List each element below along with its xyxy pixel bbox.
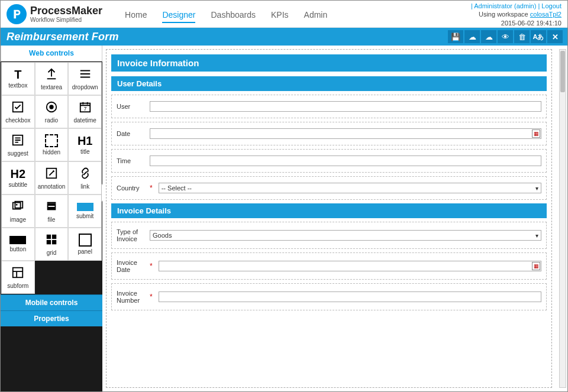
required-marker: * <box>150 293 153 301</box>
tool-image[interactable]: image <box>1 195 35 228</box>
image-icon <box>11 200 24 215</box>
calendar-icon[interactable]: ▦ <box>532 129 540 138</box>
radio-icon <box>45 101 58 115</box>
tool-label: checkbox <box>5 117 30 124</box>
tool-file[interactable]: file <box>35 195 69 228</box>
user-input[interactable] <box>150 101 541 112</box>
form-main-title[interactable]: Invoice Information <box>111 54 547 72</box>
tool-subtitle[interactable]: H2 subtitle <box>1 161 35 195</box>
scrollbar-thumb[interactable] <box>560 51 565 92</box>
tool-label: title <box>80 148 90 155</box>
subtitle-icon: H2 <box>11 168 26 180</box>
language-icon[interactable]: Aあ <box>531 30 546 43</box>
nav-designer[interactable]: Designer <box>162 10 195 23</box>
required-marker: * <box>150 262 153 270</box>
svg-rect-14 <box>52 234 56 238</box>
main-nav: Home Designer Dashboards KPIs Admin <box>125 10 327 23</box>
tool-radio[interactable]: radio <box>35 95 69 128</box>
link-icon <box>79 167 92 182</box>
textbox-icon: T <box>14 69 21 80</box>
tool-hidden[interactable]: hidden <box>35 128 69 161</box>
brand-tagline: Workflow Simplified <box>30 17 102 23</box>
tool-title[interactable]: H1 title <box>68 128 102 161</box>
field-invoice-date[interactable]: Invoice Date * ▦ <box>111 252 547 280</box>
save-icon[interactable]: 💾 <box>448 30 463 43</box>
tool-textbox[interactable]: T textbox <box>1 62 35 95</box>
tool-panel[interactable]: panel <box>68 228 102 261</box>
canvas-scrollbar[interactable] <box>559 49 566 388</box>
page-title: Reimbursement Form <box>7 31 119 43</box>
field-date[interactable]: Date ▦ <box>111 122 547 145</box>
import-icon[interactable]: ☁︎ <box>481 30 496 43</box>
tool-grid[interactable]: grid <box>35 228 69 261</box>
tool-label: subform <box>7 283 28 289</box>
delete-icon[interactable]: 🗑 <box>514 30 530 43</box>
server-timestamp: 2015-06-02 19:41:10 <box>471 19 561 27</box>
tool-label: panel <box>78 248 92 255</box>
palette-mobile-header[interactable]: Mobile controls <box>1 294 102 310</box>
nav-admin[interactable]: Admin <box>304 10 328 23</box>
group-invoice-details-title[interactable]: Invoice Details <box>111 203 547 218</box>
title-icon: H1 <box>78 135 93 147</box>
user-meta: | Administrator (admin) | Logout Using w… <box>471 2 561 27</box>
palette-web-header[interactable]: Web controls <box>1 46 102 61</box>
field-time[interactable]: Time <box>111 149 547 173</box>
workspace-label: Using workspace <box>479 11 530 18</box>
field-country[interactable]: Country * -- Select -- <box>111 176 547 200</box>
form-canvas[interactable]: Invoice Information User Details User Da… <box>106 49 552 388</box>
tool-annotation[interactable]: annotation <box>35 161 69 195</box>
close-icon[interactable]: ✕ <box>547 30 563 43</box>
field-label: Date <box>117 130 145 137</box>
tool-label: datetime <box>73 117 96 124</box>
export-icon[interactable]: ☁︎ <box>464 30 480 43</box>
workspace-link[interactable]: colosaTpl2 <box>530 11 561 18</box>
datetime-icon: 7 <box>79 101 92 115</box>
field-label: Country <box>117 184 145 192</box>
tool-datetime[interactable]: 7 datetime <box>68 95 102 128</box>
hidden-icon <box>45 134 58 147</box>
tool-subform[interactable]: subform <box>1 261 35 294</box>
country-select[interactable]: -- Select -- <box>159 183 541 193</box>
tool-dropdown[interactable]: dropdown <box>68 62 102 95</box>
file-icon <box>45 200 58 215</box>
panel-icon <box>79 234 92 247</box>
field-user[interactable]: User <box>111 95 547 118</box>
calendar-icon[interactable]: ▦ <box>532 262 540 270</box>
tool-checkbox[interactable]: checkbox <box>1 95 35 128</box>
time-input[interactable] <box>150 155 541 166</box>
nav-kpis[interactable]: KPIs <box>271 10 289 23</box>
tool-label: textarea <box>41 84 62 90</box>
tool-link[interactable]: link <box>68 161 102 195</box>
invoice-type-select[interactable]: Goods <box>150 230 541 241</box>
button-icon <box>9 236 26 244</box>
field-invoice-number[interactable]: Invoice Number * <box>111 283 547 310</box>
subform-icon <box>11 266 24 281</box>
tool-label: hidden <box>43 149 60 155</box>
tool-submit[interactable]: submit <box>68 195 102 228</box>
annotation-icon <box>45 167 58 182</box>
invoice-number-input[interactable] <box>159 291 541 302</box>
nav-home[interactable]: Home <box>125 10 147 23</box>
palette-properties-header[interactable]: Properties <box>1 310 102 326</box>
field-label: Invoice Number <box>117 290 145 304</box>
tool-label: suggest <box>8 150 28 157</box>
tool-textarea[interactable]: textarea <box>35 62 69 95</box>
svg-rect-11 <box>47 202 56 203</box>
required-marker: * <box>150 184 153 192</box>
tool-suggest[interactable]: suggest <box>1 128 35 161</box>
tool-label: subtitle <box>8 182 27 188</box>
svg-rect-13 <box>47 234 51 238</box>
tool-label: link <box>80 183 89 190</box>
logout-link[interactable]: Logout <box>541 2 561 9</box>
svg-text:7: 7 <box>83 106 86 111</box>
date-input[interactable] <box>150 128 541 139</box>
tool-button[interactable]: button <box>1 228 35 261</box>
invoice-date-input[interactable] <box>159 261 541 271</box>
group-user-details-title[interactable]: User Details <box>111 76 547 91</box>
svg-rect-12 <box>48 206 54 207</box>
nav-dashboards[interactable]: Dashboards <box>211 10 256 23</box>
preview-icon[interactable]: 👁 <box>498 30 513 43</box>
grid-icon <box>45 233 58 248</box>
admin-link[interactable]: Administrator (admin) <box>474 2 536 9</box>
field-invoice-type[interactable]: Type of Invoice Goods <box>111 222 547 249</box>
